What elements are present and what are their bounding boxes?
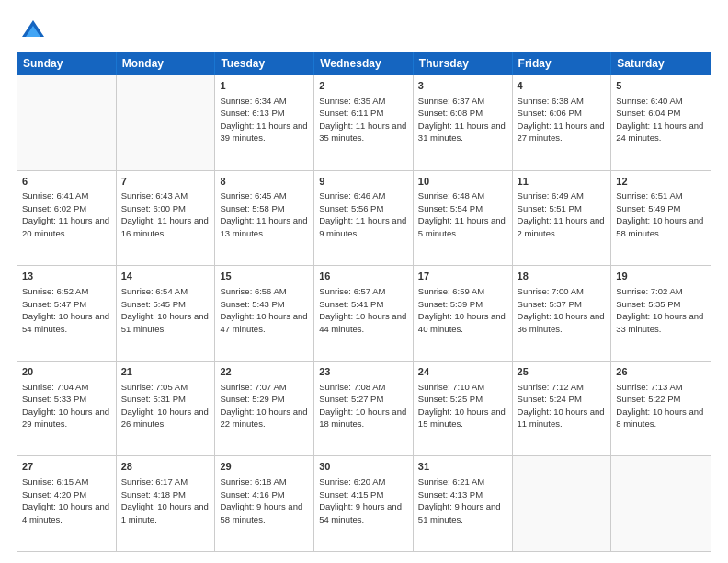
cell-info: Sunrise: 6:46 AM Sunset: 5:56 PM Dayligh… <box>319 190 406 238</box>
calendar-cell: 6Sunrise: 6:41 AM Sunset: 6:02 PM Daylig… <box>17 171 117 266</box>
calendar-cell: 2Sunrise: 6:35 AM Sunset: 6:11 PM Daylig… <box>314 75 414 170</box>
header <box>17 17 711 42</box>
cell-info: Sunrise: 6:48 AM Sunset: 5:54 PM Dayligh… <box>418 190 506 238</box>
calendar-cell: 17Sunrise: 6:59 AM Sunset: 5:39 PM Dayli… <box>414 266 513 361</box>
calendar-cell: 8Sunrise: 6:45 AM Sunset: 5:58 PM Daylig… <box>215 171 314 266</box>
calendar-cell: 15Sunrise: 6:56 AM Sunset: 5:43 PM Dayli… <box>215 266 314 361</box>
day-number: 7 <box>121 175 210 189</box>
day-number: 21 <box>121 365 210 379</box>
cell-info: Sunrise: 6:59 AM Sunset: 5:39 PM Dayligh… <box>418 286 506 334</box>
cell-info: Sunrise: 6:34 AM Sunset: 6:13 PM Dayligh… <box>220 96 307 144</box>
day-number: 16 <box>319 270 408 283</box>
calendar-header-cell: Wednesday <box>314 52 414 75</box>
cell-info: Sunrise: 6:51 AM Sunset: 5:49 PM Dayligh… <box>616 190 703 238</box>
calendar-cell: 1Sunrise: 6:34 AM Sunset: 6:13 PM Daylig… <box>215 75 314 170</box>
cell-info: Sunrise: 7:00 AM Sunset: 5:37 PM Dayligh… <box>518 286 605 334</box>
cell-info: Sunrise: 6:54 AM Sunset: 5:45 PM Dayligh… <box>121 286 209 334</box>
cell-info: Sunrise: 7:13 AM Sunset: 5:22 PM Dayligh… <box>616 382 703 430</box>
day-number: 4 <box>518 79 607 93</box>
calendar-header-cell: Sunday <box>17 52 117 75</box>
calendar-cell: 26Sunrise: 7:13 AM Sunset: 5:22 PM Dayli… <box>611 362 711 456</box>
cell-info: Sunrise: 6:41 AM Sunset: 6:02 PM Dayligh… <box>22 190 109 238</box>
cell-info: Sunrise: 6:17 AM Sunset: 4:18 PM Dayligh… <box>121 477 209 524</box>
day-number: 11 <box>518 175 607 189</box>
day-number: 18 <box>518 270 607 283</box>
calendar-cell: 14Sunrise: 6:54 AM Sunset: 5:45 PM Dayli… <box>117 266 216 361</box>
calendar-cell: 21Sunrise: 7:05 AM Sunset: 5:31 PM Dayli… <box>117 362 216 456</box>
cell-info: Sunrise: 7:05 AM Sunset: 5:31 PM Dayligh… <box>121 382 209 430</box>
day-number: 14 <box>121 270 210 283</box>
calendar-cell: 20Sunrise: 7:04 AM Sunset: 5:33 PM Dayli… <box>17 362 117 456</box>
calendar-cell: 9Sunrise: 6:46 AM Sunset: 5:56 PM Daylig… <box>314 171 414 266</box>
cell-info: Sunrise: 6:57 AM Sunset: 5:41 PM Dayligh… <box>319 286 406 334</box>
cell-info: Sunrise: 6:21 AM Sunset: 4:13 PM Dayligh… <box>418 477 501 524</box>
day-number: 5 <box>616 79 706 93</box>
calendar: SundayMondayTuesdayWednesdayThursdayFrid… <box>17 52 711 552</box>
calendar-cell: 28Sunrise: 6:17 AM Sunset: 4:18 PM Dayli… <box>117 456 216 551</box>
cell-info: Sunrise: 6:20 AM Sunset: 4:15 PM Dayligh… <box>319 477 402 524</box>
calendar-week-row: 1Sunrise: 6:34 AM Sunset: 6:13 PM Daylig… <box>17 75 711 170</box>
calendar-header-cell: Thursday <box>414 52 513 75</box>
calendar-cell: 23Sunrise: 7:08 AM Sunset: 5:27 PM Dayli… <box>314 362 414 456</box>
calendar-cell: 7Sunrise: 6:43 AM Sunset: 6:00 PM Daylig… <box>117 171 216 266</box>
cell-info: Sunrise: 6:45 AM Sunset: 5:58 PM Dayligh… <box>220 190 307 238</box>
calendar-header-cell: Saturday <box>611 52 711 75</box>
calendar-week-row: 6Sunrise: 6:41 AM Sunset: 6:02 PM Daylig… <box>17 170 711 266</box>
calendar-cell: 31Sunrise: 6:21 AM Sunset: 4:13 PM Dayli… <box>414 456 513 551</box>
calendar-cell: 10Sunrise: 6:48 AM Sunset: 5:54 PM Dayli… <box>414 171 513 266</box>
calendar-cell: 12Sunrise: 6:51 AM Sunset: 5:49 PM Dayli… <box>611 171 711 266</box>
cell-info: Sunrise: 6:38 AM Sunset: 6:06 PM Dayligh… <box>518 96 605 144</box>
calendar-cell: 4Sunrise: 6:38 AM Sunset: 6:06 PM Daylig… <box>513 75 612 170</box>
calendar-cell: 30Sunrise: 6:20 AM Sunset: 4:15 PM Dayli… <box>314 456 414 551</box>
day-number: 3 <box>418 79 507 93</box>
day-number: 31 <box>418 460 507 474</box>
calendar-cell: 24Sunrise: 7:10 AM Sunset: 5:25 PM Dayli… <box>414 362 513 456</box>
cell-info: Sunrise: 7:04 AM Sunset: 5:33 PM Dayligh… <box>22 382 109 430</box>
calendar-cell: 29Sunrise: 6:18 AM Sunset: 4:16 PM Dayli… <box>215 456 314 551</box>
calendar-header-row: SundayMondayTuesdayWednesdayThursdayFrid… <box>17 52 711 75</box>
cell-info: Sunrise: 6:52 AM Sunset: 5:47 PM Dayligh… <box>22 286 109 334</box>
day-number: 13 <box>22 270 111 283</box>
calendar-header-cell: Monday <box>117 52 216 75</box>
calendar-week-row: 20Sunrise: 7:04 AM Sunset: 5:33 PM Dayli… <box>17 361 711 456</box>
day-number: 17 <box>418 270 507 283</box>
day-number: 10 <box>418 175 507 189</box>
cell-info: Sunrise: 6:56 AM Sunset: 5:43 PM Dayligh… <box>220 286 307 334</box>
day-number: 8 <box>220 175 309 189</box>
calendar-cell: 25Sunrise: 7:12 AM Sunset: 5:24 PM Dayli… <box>513 362 612 456</box>
calendar-cell: 18Sunrise: 7:00 AM Sunset: 5:37 PM Dayli… <box>513 266 612 361</box>
logo-icon <box>20 17 46 42</box>
calendar-week-row: 27Sunrise: 6:15 AM Sunset: 4:20 PM Dayli… <box>17 455 711 551</box>
cell-info: Sunrise: 6:43 AM Sunset: 6:00 PM Dayligh… <box>121 190 209 238</box>
logo <box>17 17 46 42</box>
day-number: 22 <box>220 365 309 379</box>
calendar-cell <box>17 75 117 170</box>
calendar-header-cell: Tuesday <box>215 52 314 75</box>
day-number: 15 <box>220 270 309 283</box>
day-number: 25 <box>518 365 607 379</box>
day-number: 19 <box>616 270 706 283</box>
calendar-header-cell: Friday <box>513 52 612 75</box>
calendar-cell: 5Sunrise: 6:40 AM Sunset: 6:04 PM Daylig… <box>611 75 711 170</box>
calendar-cell: 3Sunrise: 6:37 AM Sunset: 6:08 PM Daylig… <box>414 75 513 170</box>
calendar-cell: 13Sunrise: 6:52 AM Sunset: 5:47 PM Dayli… <box>17 266 117 361</box>
calendar-cell: 22Sunrise: 7:07 AM Sunset: 5:29 PM Dayli… <box>215 362 314 456</box>
day-number: 30 <box>319 460 408 474</box>
cell-info: Sunrise: 6:40 AM Sunset: 6:04 PM Dayligh… <box>616 96 703 144</box>
cell-info: Sunrise: 6:35 AM Sunset: 6:11 PM Dayligh… <box>319 96 406 144</box>
calendar-cell: 19Sunrise: 7:02 AM Sunset: 5:35 PM Dayli… <box>611 266 711 361</box>
day-number: 24 <box>418 365 507 379</box>
calendar-cell: 11Sunrise: 6:49 AM Sunset: 5:51 PM Dayli… <box>513 171 612 266</box>
day-number: 23 <box>319 365 408 379</box>
cell-info: Sunrise: 6:49 AM Sunset: 5:51 PM Dayligh… <box>518 190 605 238</box>
cell-info: Sunrise: 7:02 AM Sunset: 5:35 PM Dayligh… <box>616 286 703 334</box>
cell-info: Sunrise: 6:37 AM Sunset: 6:08 PM Dayligh… <box>418 96 506 144</box>
calendar-cell <box>513 456 612 551</box>
calendar-body: 1Sunrise: 6:34 AM Sunset: 6:13 PM Daylig… <box>17 75 711 551</box>
cell-info: Sunrise: 7:08 AM Sunset: 5:27 PM Dayligh… <box>319 382 406 430</box>
day-number: 28 <box>121 460 210 474</box>
cell-info: Sunrise: 6:18 AM Sunset: 4:16 PM Dayligh… <box>220 477 302 524</box>
day-number: 27 <box>22 460 111 474</box>
day-number: 9 <box>319 175 408 189</box>
calendar-cell: 27Sunrise: 6:15 AM Sunset: 4:20 PM Dayli… <box>17 456 117 551</box>
